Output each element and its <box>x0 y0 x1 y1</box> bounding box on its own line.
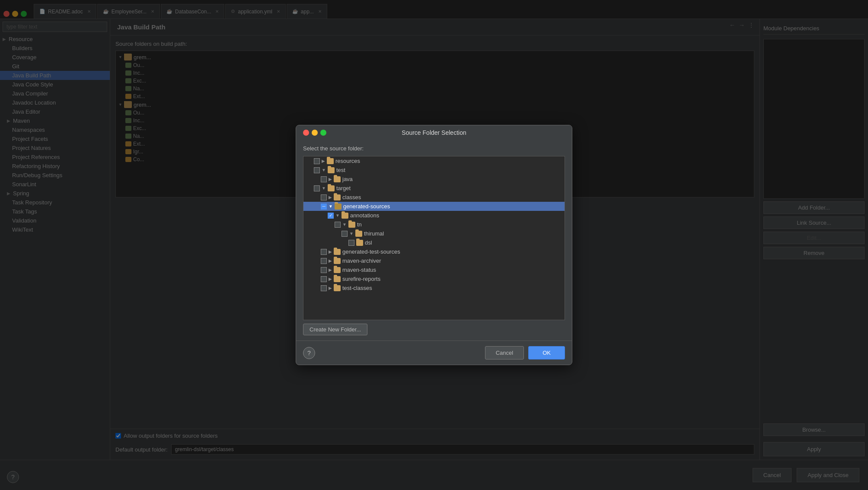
checkbox-thirumal[interactable] <box>341 231 348 237</box>
modal-dialog: Source Folder Selection Select the sourc… <box>296 125 572 365</box>
tree-row-generated-sources[interactable]: ─ ▼ generated-sources <box>303 202 565 211</box>
tree-row-generated-test-sources[interactable]: ▶ generated-test-sources <box>303 247 565 256</box>
modal-body: Select the source folder: ▶ resources ▼ <box>296 140 572 340</box>
checkbox-gen-test-src[interactable] <box>321 249 327 255</box>
tree-row-maven-status[interactable]: ▶ maven-status <box>303 265 565 274</box>
modal-cancel-button[interactable]: Cancel <box>485 346 524 360</box>
tree-row-classes[interactable]: ▶ classes <box>303 193 565 202</box>
modal-minimize-button[interactable] <box>312 130 318 136</box>
modal-titlebar: Source Folder Selection <box>296 125 572 140</box>
modal-tree: ▶ resources ▼ test ▶ <box>303 156 565 320</box>
modal-help-icon[interactable]: ? <box>303 347 315 359</box>
checkbox-target[interactable] <box>314 185 320 191</box>
modal-maximize-button[interactable] <box>320 130 326 136</box>
tree-row-target[interactable]: ▼ target <box>303 184 565 193</box>
modal-footer: ? Cancel OK <box>296 340 572 365</box>
tree-row-resources[interactable]: ▶ resources <box>303 156 565 165</box>
main-window: 📄 README.adoc ✕ ☕ EmployeeSer... ✕ ☕ Dat… <box>0 0 868 490</box>
checkbox-resources[interactable] <box>314 158 320 164</box>
tree-row-test[interactable]: ▼ test <box>303 165 565 175</box>
checkbox-maven-archiver[interactable] <box>321 258 327 264</box>
modal-buttons: Cancel OK <box>485 346 565 360</box>
modal-traffic-lights <box>303 130 326 136</box>
checkbox-generated-sources[interactable]: ─ <box>321 204 327 210</box>
checkbox-java[interactable] <box>321 176 327 182</box>
tree-row-surefire-reports[interactable]: ▶ surefire-reports <box>303 274 565 283</box>
tree-row-thirumal[interactable]: ▼ thirumal <box>303 229 565 238</box>
tree-row-test-classes[interactable]: ▶ test-classes <box>303 283 565 293</box>
tree-row-java[interactable]: ▶ java <box>303 175 565 184</box>
modal-close-button[interactable] <box>303 130 309 136</box>
modal-instruction: Select the source folder: <box>303 145 565 152</box>
checkbox-test-classes[interactable] <box>321 285 327 291</box>
tree-row-tn[interactable]: ▼ tn <box>303 220 565 229</box>
checkbox-surefire[interactable] <box>321 276 327 282</box>
modal-ok-button[interactable]: OK <box>528 346 565 360</box>
checkbox-tn[interactable] <box>335 222 341 228</box>
tree-row-dsl[interactable]: dsl <box>303 238 565 247</box>
checkbox-dsl[interactable] <box>348 240 354 246</box>
modal-title: Source Folder Selection <box>402 129 466 136</box>
checkbox-test[interactable] <box>314 167 320 173</box>
modal-overlay: Source Folder Selection Select the sourc… <box>0 0 868 490</box>
create-new-folder-button[interactable]: Create New Folder... <box>303 324 367 335</box>
checkbox-maven-status[interactable] <box>321 267 327 273</box>
tree-row-maven-archiver[interactable]: ▶ maven-archiver <box>303 256 565 265</box>
checkbox-annotations[interactable]: ✓ <box>328 213 334 219</box>
checkbox-classes[interactable] <box>321 194 327 200</box>
tree-row-annotations[interactable]: ✓ ▼ annotations <box>303 211 565 220</box>
